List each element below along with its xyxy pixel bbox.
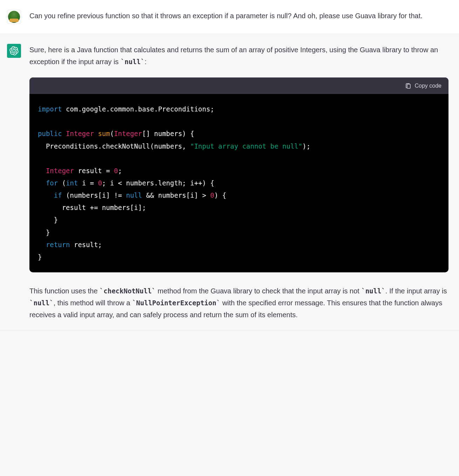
assistant-intro-tail: :	[145, 58, 147, 66]
code-block-header: Copy code	[29, 77, 448, 94]
assistant-message-content: Sure, here is a Java function that calcu…	[29, 44, 452, 321]
user-message-content: Can you refine previous function so that…	[29, 10, 452, 24]
code-string: "Input array cannot be null"	[190, 142, 302, 150]
inline-code: `checkNotNull`	[100, 287, 156, 295]
code-text: }	[38, 216, 58, 224]
inline-code: `NullPointerException`	[132, 299, 220, 307]
svg-rect-0	[407, 84, 410, 88]
code-text: i =	[78, 179, 98, 187]
code-text: result;	[70, 241, 102, 249]
assistant-outro: This function uses the `checkNotNull` me…	[29, 285, 448, 321]
code-number: 0	[210, 191, 214, 199]
code-block: Copy code import com.google.common.base.…	[29, 77, 448, 272]
user-avatar-image	[8, 11, 20, 23]
code-keyword: import	[38, 105, 62, 113]
clipboard-icon	[405, 83, 411, 89]
code-text: result += numbers[i];	[38, 204, 146, 211]
outro-text: method from the Guava library to check t…	[156, 287, 361, 295]
code-text: }	[38, 229, 50, 236]
code-number: 0	[114, 167, 118, 175]
code-keyword: int	[66, 179, 78, 187]
user-message-row: Can you refine previous function so that…	[0, 0, 459, 34]
copy-code-label: Copy code	[415, 81, 442, 90]
assistant-message-row: Sure, here is a Java function that calcu…	[0, 34, 459, 331]
code-text: && numbers[i] >	[142, 191, 210, 199]
outro-text: , this method will throw a	[54, 299, 132, 307]
code-text: );	[302, 142, 310, 150]
code-text: result =	[74, 167, 114, 175]
code-type: Integer	[66, 130, 94, 137]
code-type: Integer	[114, 130, 142, 137]
assistant-intro-text: Sure, here is a Java function that calcu…	[29, 46, 438, 66]
code-keyword: return	[46, 241, 70, 249]
user-text: Can you refine previous function so that…	[29, 10, 448, 22]
inline-code-null: `null`	[121, 58, 145, 66]
code-text: ) {	[214, 191, 226, 199]
code-text: (numbers[i] !=	[62, 191, 126, 199]
code-text: ; i < numbers.length; i++) {	[102, 179, 214, 187]
code-text: ;	[118, 167, 122, 175]
code-text: com.google.common.base.Preconditions;	[62, 105, 214, 113]
assistant-avatar	[7, 44, 21, 58]
code-text: Preconditions.checkNotNull(numbers,	[38, 142, 190, 150]
code-number: 0	[98, 179, 102, 187]
code-text: (	[58, 179, 66, 187]
assistant-intro: Sure, here is a Java function that calcu…	[29, 44, 448, 68]
inline-code: `null`	[361, 287, 385, 295]
inline-code: `null`	[29, 299, 54, 307]
code-type: Integer	[46, 167, 74, 175]
code-keyword: null	[126, 191, 142, 199]
user-avatar	[7, 10, 21, 24]
code-text: }	[38, 253, 42, 261]
outro-text: . If the input array is	[385, 287, 447, 295]
copy-code-button[interactable]: Copy code	[405, 81, 442, 90]
openai-logo-icon	[9, 46, 19, 55]
code-body[interactable]: import com.google.common.base.Preconditi…	[29, 94, 448, 272]
code-keyword: public	[38, 130, 62, 137]
code-text: (	[110, 130, 114, 137]
code-keyword: if	[54, 191, 62, 199]
code-text: [] numbers) {	[142, 130, 194, 137]
outro-text: This function uses the	[29, 287, 100, 295]
code-keyword: for	[46, 179, 58, 187]
code-function: sum	[98, 130, 110, 137]
